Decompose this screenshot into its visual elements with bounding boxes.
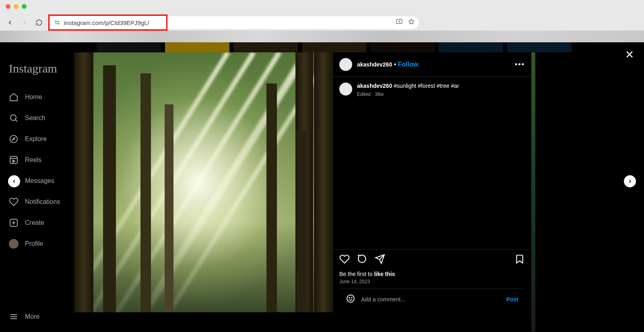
comment-input[interactable] [361, 296, 501, 303]
sidebar-item-more[interactable]: More [5, 306, 84, 327]
install-app-icon[interactable] [396, 18, 403, 27]
post-comment-button[interactable]: Post [506, 296, 518, 303]
sidebar-item-label: More [25, 313, 39, 320]
sidebar-item-search[interactable]: Search [5, 108, 84, 129]
sidebar-item-profile[interactable]: Profile [5, 233, 84, 254]
back-button[interactable] [6, 18, 14, 27]
minimize-window-button[interactable] [14, 4, 19, 9]
hamburger-icon [9, 312, 19, 322]
follow-button[interactable]: Follow [398, 61, 419, 68]
sidebar-item-reels[interactable]: Reels [5, 149, 84, 170]
likes-prefix: Be the first to [339, 271, 374, 277]
close-modal-button[interactable] [625, 50, 634, 61]
heart-icon [9, 197, 19, 207]
svg-marker-11 [13, 160, 15, 162]
maximize-window-button[interactable] [22, 4, 27, 9]
sidebar-item-label: Reels [25, 156, 41, 164]
svg-line-6 [15, 120, 17, 122]
site-settings-icon[interactable] [54, 19, 61, 26]
instagram-app: Instagram Home Search Explore Reels Mess… [0, 42, 644, 332]
sidebar-item-home[interactable]: Home [5, 87, 84, 108]
sidebar-item-label: Create [25, 219, 44, 226]
close-window-button[interactable] [6, 4, 10, 9]
sidebar-item-notifications[interactable]: Notifications [5, 191, 84, 212]
bookmark-strip [0, 31, 644, 42]
likes-bold: like this [374, 271, 395, 277]
post-modal: akashdev260 • Follow ••• akashdev260 #su… [74, 52, 531, 312]
sidebar-item-label: Search [25, 114, 45, 122]
save-button[interactable] [514, 254, 525, 266]
browser-chrome: instagram.com/p/Ctd39EPJ9gL/ [0, 0, 644, 42]
post-sidebar: akashdev260 • Follow ••• akashdev260 #su… [332, 52, 531, 312]
forward-button[interactable] [20, 18, 29, 27]
more-options-button[interactable]: ••• [515, 60, 525, 69]
share-button[interactable] [375, 254, 385, 266]
author-username[interactable]: akashdev260 [357, 61, 392, 68]
create-icon [9, 218, 19, 228]
window-controls [6, 4, 27, 9]
search-icon [9, 113, 19, 123]
background-strip [531, 52, 535, 332]
svg-point-7 [10, 135, 17, 143]
reels-icon [9, 155, 19, 165]
compass-icon [9, 134, 19, 144]
author-avatar[interactable] [339, 58, 352, 71]
svg-point-21 [349, 297, 350, 298]
reload-button[interactable] [35, 18, 43, 27]
post-header: akashdev260 • Follow ••• [333, 52, 531, 77]
post-caption: akashdev260 #sunlight #forest #tree #ar … [333, 77, 531, 103]
caption-avatar[interactable] [339, 83, 352, 95]
edited-label: Edited [357, 91, 371, 97]
comment-button[interactable] [357, 254, 367, 266]
sidebar-item-explore[interactable]: Explore [5, 129, 84, 149]
like-button[interactable] [339, 254, 350, 266]
comment-row: Post [339, 288, 525, 310]
svg-point-22 [351, 297, 352, 298]
sidebar-item-label: Home [25, 93, 42, 101]
address-bar[interactable]: instagram.com/p/Ctd39EPJ9gL/ [49, 16, 419, 29]
sidebar-item-label: Notifications [25, 198, 60, 205]
instagram-logo[interactable]: Instagram [5, 58, 84, 87]
caption-meta: Edited · 36w [357, 91, 459, 97]
likes-text[interactable]: Be the first to like this [339, 271, 525, 277]
separator: • [394, 61, 398, 68]
svg-rect-9 [10, 156, 17, 164]
post-age: 36w [375, 91, 384, 97]
post-date: June 14, 2023 [339, 279, 525, 284]
sidebar-item-label: Profile [25, 240, 43, 247]
forest-photo [74, 52, 332, 312]
browser-toolbar: instagram.com/p/Ctd39EPJ9gL/ [0, 15, 644, 31]
svg-marker-8 [12, 138, 15, 140]
svg-point-20 [347, 295, 354, 302]
sidebar-item-label: Explore [25, 135, 47, 143]
svg-point-2 [58, 23, 59, 24]
emoji-button[interactable] [346, 294, 355, 305]
profile-avatar-icon [9, 239, 19, 249]
caption-text: #sunlight #forest #tree #ar [394, 83, 459, 89]
svg-point-0 [55, 21, 56, 22]
caption-username[interactable]: akashdev260 [357, 83, 392, 89]
next-post-button[interactable] [624, 175, 636, 187]
post-image[interactable] [74, 52, 332, 312]
background-thumbnails [0, 42, 644, 52]
bookmark-star-icon[interactable] [408, 18, 415, 27]
post-actions: Be the first to like this June 14, 2023 … [333, 249, 531, 312]
sidebar-item-label: Messages [25, 177, 54, 185]
sidebar-item-create[interactable]: Create [5, 212, 84, 233]
home-icon [9, 92, 19, 102]
previous-post-button[interactable] [8, 175, 20, 187]
url-text: instagram.com/p/Ctd39EPJ9gL/ [64, 19, 149, 26]
svg-point-5 [10, 115, 16, 120]
